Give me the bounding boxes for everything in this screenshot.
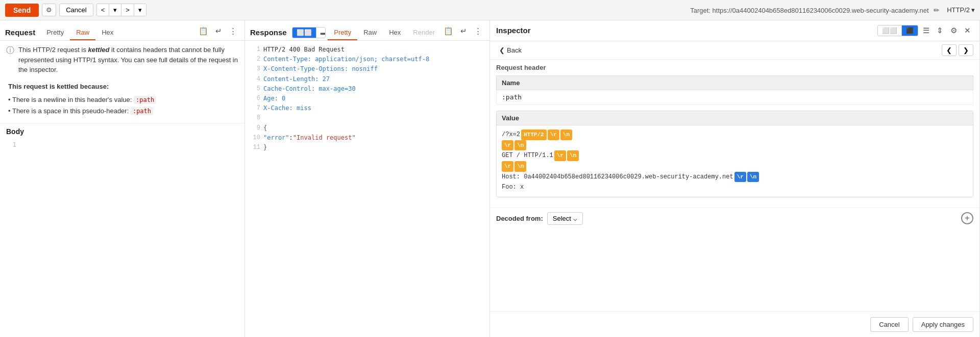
response-line: 8 — [251, 113, 483, 123]
value-line: /?x=2HTTP/2\r\n — [502, 129, 968, 140]
response-line: 11} — [251, 143, 483, 152]
response-panel-header: Response ⬜⬜ ▬ ⬛ Pretty Raw Hex Render 📋 … — [245, 20, 489, 41]
value-tag: \r — [734, 172, 746, 183]
tab-render-response[interactable]: Render — [407, 25, 441, 40]
response-line: 4Content-Length: 27 — [251, 74, 483, 84]
request-panel-body: ⓘ This HTTP/2 request is kettled it cont… — [0, 41, 244, 337]
request-title: Request — [5, 28, 35, 37]
inspector-header-right: ⬜⬜ ⬛ ☰ ⇕ ⚙ ✕ — [877, 24, 973, 37]
inspector-toggle-single[interactable]: ⬛ — [902, 25, 918, 36]
value-content: /?x=2HTTP/2\r\n\r\nGET / HTTP/1.1\r\n\r\… — [497, 125, 973, 197]
request-options-btn[interactable]: ⋮ — [227, 25, 239, 37]
response-line: 7X-Cache: miss — [251, 103, 483, 113]
tab-raw-response[interactable]: Raw — [357, 25, 383, 40]
line-text: HTTP/2 400 Bad Request — [263, 45, 345, 55]
value-tag: \r — [502, 140, 513, 151]
decoded-label: Decoded from: — [496, 215, 543, 222]
line-text: X-Content-Type-Options: nosniff — [263, 64, 378, 74]
inspector-next-button[interactable]: ❯ — [959, 44, 973, 56]
http-version-chevron[interactable]: ▾ — [971, 6, 975, 14]
inspector-panel: Inspector ⬜⬜ ⬛ ☰ ⇕ ⚙ ✕ ❮ Back ❮ — [490, 20, 980, 337]
response-header-actions: 📋 ↵ ⋮ — [441, 25, 484, 40]
line-number: 2 — [251, 55, 260, 64]
line-number: 3 — [251, 64, 260, 74]
inspector-name-table: Name :path — [496, 75, 973, 105]
response-options-btn[interactable]: ⋮ — [472, 25, 484, 37]
inspector-prev-button[interactable]: ❮ — [942, 44, 957, 56]
response-view-toggle: ⬜⬜ ▬ ⬛ — [292, 27, 326, 38]
value-text: GET / HTTP/1.1 — [502, 150, 553, 161]
reason1-code: :path — [134, 96, 156, 104]
value-tag: \n — [567, 150, 579, 161]
inspector-toggle-split[interactable]: ⬜⬜ — [878, 25, 902, 36]
cancel-button[interactable]: Cancel — [59, 4, 93, 16]
nav-back-button[interactable]: < — [97, 4, 110, 16]
edit-url-icon[interactable]: ✏ — [934, 6, 940, 14]
tab-raw-request[interactable]: Raw — [70, 25, 95, 40]
line-number: 1 — [251, 45, 260, 55]
value-line: GET / HTTP/1.1\r\n — [502, 150, 968, 161]
inspector-close-icon[interactable]: ✕ — [962, 24, 973, 37]
inspector-view-toggle: ⬜⬜ ⬛ — [877, 25, 918, 36]
response-panel: Response ⬜⬜ ▬ ⬛ Pretty Raw Hex Render 📋 … — [245, 20, 490, 337]
nav-forward-button[interactable]: > — [121, 4, 134, 16]
settings-button[interactable]: ⚙ — [42, 4, 56, 16]
reason-2: There is a space in this pseudo-header: … — [8, 106, 238, 117]
inspector-cancel-button[interactable]: Cancel — [870, 317, 908, 332]
line-number: 6 — [251, 94, 260, 103]
http-version-label: HTTP/2 — [947, 6, 970, 14]
line-number: 9 — [251, 123, 260, 133]
body-content: 1 — [0, 138, 244, 151]
line-number-1: 1 — [6, 141, 16, 148]
line-number: 5 — [251, 84, 260, 94]
line-number: 11 — [251, 143, 260, 152]
tab-pretty-request[interactable]: Pretty — [40, 25, 70, 40]
response-line: 9{ — [251, 123, 483, 133]
inspector-nav: ❮ Back ❮ ❯ — [490, 41, 979, 60]
value-line: \r\n — [502, 140, 968, 151]
reason2-code: :path — [131, 107, 153, 115]
response-newline-btn[interactable]: ↵ — [458, 25, 470, 37]
inspector-panel-header: Inspector ⬜⬜ ⬛ ☰ ⇕ ⚙ ✕ — [490, 20, 979, 41]
back-button[interactable]: ❮ Back — [496, 45, 525, 56]
line-text: Age: 0 — [263, 94, 285, 103]
reason-1: There is a newline in this header's valu… — [8, 94, 238, 106]
nav-forward-dropdown[interactable]: ▾ — [134, 4, 146, 16]
value-text: Foo: x — [502, 182, 524, 192]
inspector-body: ❮ Back ❮ ❯ Request header Name — [490, 41, 979, 337]
response-line: 10 "error":"Invalid request" — [251, 133, 483, 143]
response-line: 3X-Content-Type-Options: nosniff — [251, 64, 483, 74]
inspector-settings-icon[interactable]: ⚙ — [948, 24, 960, 37]
apply-changes-button[interactable]: Apply changes — [913, 317, 973, 332]
inspector-list-icon[interactable]: ☰ — [920, 24, 932, 37]
value-line: \r\n — [502, 161, 968, 172]
line-text: Cache-Control: max-age=30 — [263, 84, 356, 94]
response-line: 5Cache-Control: max-age=30 — [251, 84, 483, 94]
inspector-footer: Cancel Apply changes — [490, 312, 979, 337]
warning-text: This HTTP/2 request is kettled it contai… — [18, 45, 238, 75]
line-number: 7 — [251, 103, 260, 113]
main-content: Request Pretty Raw Hex 📋 ↵ ⋮ ⓘ This HTTP… — [0, 20, 980, 337]
value-line: Host: 0a44002404b658ed80116234006c0029.w… — [502, 172, 968, 183]
line-text: } — [263, 143, 267, 152]
inspector-section: Request header Name :path Value — [490, 60, 979, 208]
resp-toggle-single[interactable]: ▬ — [316, 28, 326, 38]
inspector-split-icon[interactable]: ⇕ — [934, 24, 946, 37]
kettle-warning: ⓘ This HTTP/2 request is kettled it cont… — [6, 45, 238, 75]
request-header-actions: 📋 ↵ ⋮ — [196, 25, 239, 40]
tab-pretty-response[interactable]: Pretty — [328, 25, 357, 40]
select-button[interactable]: Select ⌵ — [547, 212, 583, 225]
tab-hex-request[interactable]: Hex — [95, 25, 119, 40]
value-tag: \r — [554, 150, 566, 161]
pretty-print-btn[interactable]: 📋 — [196, 25, 211, 37]
back-label: Back — [507, 46, 522, 54]
resp-toggle-split[interactable]: ⬜⬜ — [292, 28, 316, 38]
value-tag: \n — [514, 161, 526, 172]
response-pretty-btn[interactable]: 📋 — [441, 25, 456, 37]
nav-back-dropdown[interactable]: ▾ — [109, 4, 121, 16]
add-decoded-button[interactable]: + — [961, 212, 973, 224]
newline-toggle-btn[interactable]: ↵ — [213, 25, 225, 37]
tab-hex-response[interactable]: Hex — [383, 25, 407, 40]
send-button[interactable]: Send — [5, 4, 39, 17]
back-chevron-icon: ❮ — [499, 46, 505, 54]
